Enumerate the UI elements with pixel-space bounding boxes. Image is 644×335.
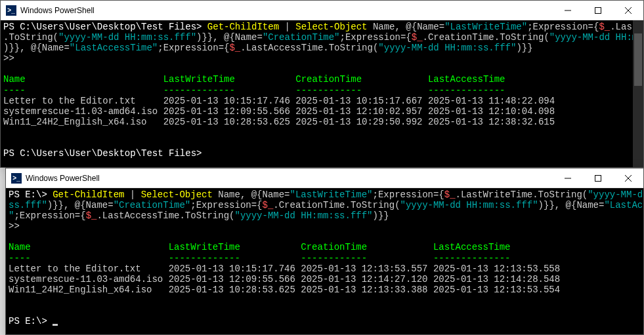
console-output-1[interactable]: PS C:\Users\User\Desktop\Test Files> Get… <box>1 20 643 160</box>
titlebar-1[interactable]: >_ Windows PowerShell <box>1 1 643 20</box>
window-controls-1 <box>553 1 643 20</box>
maximize-button[interactable] <box>583 1 613 20</box>
powershell-window-1: >_ Windows PowerShell PS C:\Users\User\D… <box>0 0 644 168</box>
titlebar-2[interactable]: >_ Windows PowerShell <box>6 168 643 188</box>
powershell-window-2: >_ Windows PowerShell PS E:\> Get-ChildI… <box>5 168 644 335</box>
svg-rect-1 <box>595 7 601 13</box>
powershell-icon: >_ <box>6 5 16 16</box>
window-title-1: Windows PowerShell <box>20 6 553 15</box>
console-output-2[interactable]: PS E:\> Get-ChildItem | Select-Object Na… <box>6 188 643 328</box>
minimize-button[interactable] <box>553 168 583 187</box>
minimize-button[interactable] <box>553 1 583 20</box>
maximize-button[interactable] <box>583 168 613 187</box>
window-controls-2 <box>553 168 643 187</box>
close-button[interactable] <box>613 168 643 187</box>
close-button[interactable] <box>613 1 643 20</box>
window-title-2: Windows PowerShell <box>26 174 553 183</box>
powershell-icon: >_ <box>11 173 22 184</box>
svg-rect-5 <box>595 175 601 181</box>
scrollbar-thumb[interactable] <box>634 33 642 86</box>
scrollbar-1[interactable] <box>633 20 643 167</box>
